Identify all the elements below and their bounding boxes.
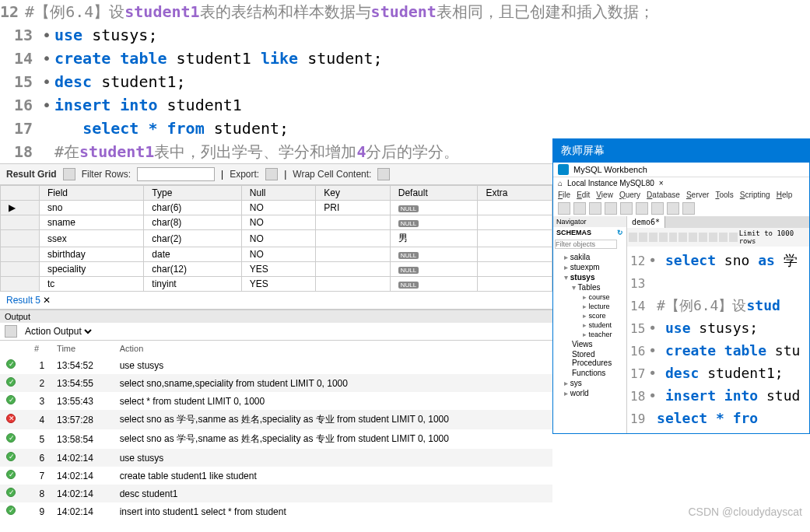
toolbar-icon[interactable]: [558, 202, 570, 215]
action-row[interactable]: 714:02:14create table student1 like stud…: [0, 467, 552, 485]
cell[interactable]: NULL: [390, 215, 478, 230]
action-output-table[interactable]: #TimeAction 113:54:52use stusys213:54:55…: [0, 341, 552, 520]
output-icon[interactable]: [5, 325, 17, 338]
result-table[interactable]: FieldTypeNullKeyDefaultExtra ▶snochar(6)…: [0, 185, 552, 292]
cell[interactable]: speciality: [40, 262, 144, 277]
toolbar-icon[interactable]: [605, 202, 617, 215]
editor-toolbar[interactable]: Limit to 1000 rows: [627, 228, 809, 247]
menu-tools[interactable]: Tools: [715, 191, 733, 199]
cell[interactable]: [316, 247, 390, 262]
export-icon[interactable]: [265, 168, 278, 180]
toolbar-icon[interactable]: [639, 233, 647, 242]
tree-item[interactable]: ▸ sys: [553, 378, 626, 388]
tree-item[interactable]: Functions: [553, 368, 626, 378]
cell[interactable]: [316, 215, 390, 230]
tree-item[interactable]: Views: [553, 339, 626, 349]
toolbar-icon[interactable]: [667, 202, 679, 215]
schema-tree[interactable]: ▸ sakila▸ stuexpm▾ stusys▾ Tables▸ cours…: [553, 250, 626, 400]
toolbar-icon[interactable]: [689, 233, 697, 242]
col-header[interactable]: Default: [390, 186, 478, 201]
navigator-panel[interactable]: Navigator SCHEMAS↻ ▸ sakila▸ stuexpm▾ st…: [553, 216, 627, 433]
cell[interactable]: [478, 230, 552, 247]
toolbar-icon[interactable]: [620, 202, 633, 215]
cell[interactable]: NULL: [390, 262, 478, 277]
col-header[interactable]: Type: [144, 186, 241, 201]
toolbar-icon[interactable]: [629, 233, 637, 242]
tree-item[interactable]: ▾ Tables: [553, 282, 626, 292]
tree-item[interactable]: ▸ student: [553, 320, 626, 330]
result-tabs[interactable]: Result 5 ✕: [0, 292, 552, 310]
filter-objects-input[interactable]: [555, 240, 617, 249]
action-row[interactable]: 513:58:54select sno as 学号,sname as 姓名,sp…: [0, 429, 552, 449]
toolbar-icon[interactable]: [669, 233, 678, 242]
toolbar-icon[interactable]: [649, 233, 657, 242]
cell[interactable]: sno: [40, 201, 144, 215]
col-header[interactable]: Key: [316, 186, 390, 201]
close-tab-icon[interactable]: ✕: [43, 295, 51, 306]
menu-view[interactable]: View: [596, 191, 613, 199]
action-row[interactable]: 614:02:14use stusys: [0, 449, 552, 467]
cell[interactable]: YES: [241, 277, 315, 292]
tree-item[interactable]: ▸ score: [553, 311, 626, 320]
cell[interactable]: [316, 277, 390, 292]
cell[interactable]: [478, 201, 552, 215]
col-header[interactable]: Null: [241, 186, 315, 201]
tree-item[interactable]: Stored Procedures: [553, 349, 626, 368]
toolbar-icon[interactable]: [709, 233, 717, 242]
menu-edit[interactable]: Edit: [577, 191, 590, 199]
col-header[interactable]: Extra: [478, 186, 552, 201]
tree-item[interactable]: ▸ course: [553, 292, 626, 302]
cell[interactable]: [478, 247, 552, 262]
tree-item[interactable]: ▸ lecture: [553, 302, 626, 311]
cell[interactable]: NULL: [390, 247, 478, 262]
toolbar-icon[interactable]: [573, 202, 586, 215]
toolbar-icon[interactable]: [699, 233, 707, 242]
cell[interactable]: tc: [40, 277, 144, 292]
cell[interactable]: [478, 262, 552, 277]
filter-rows-input[interactable]: [137, 167, 215, 181]
editor-panel[interactable]: demo6* Limit to 1000 rows 12• select sno…: [627, 216, 809, 433]
cell[interactable]: char(12): [144, 262, 241, 277]
action-row[interactable]: 313:55:43select * from student LIMIT 0, …: [0, 392, 552, 410]
toolbar-icon[interactable]: [651, 202, 664, 215]
result-tab[interactable]: Result 5: [6, 295, 40, 306]
cell[interactable]: NO: [241, 230, 315, 247]
cell[interactable]: [316, 230, 390, 247]
cell[interactable]: ssex: [40, 230, 144, 247]
editor-tab[interactable]: demo6*: [627, 216, 665, 228]
cell[interactable]: PRI: [316, 201, 390, 215]
tree-item[interactable]: ▾ stusys: [553, 272, 626, 282]
toolbar-icon[interactable]: [589, 202, 601, 215]
cell[interactable]: NO: [241, 215, 315, 230]
action-row[interactable]: 914:02:14insert into student1 select * f…: [0, 502, 552, 520]
action-row[interactable]: 113:54:52use stusys: [0, 356, 552, 374]
menu-scripting[interactable]: Scripting: [740, 191, 770, 199]
cell[interactable]: sname: [40, 215, 144, 230]
cell[interactable]: [478, 215, 552, 230]
inner-sql-editor[interactable]: 12• select sno as 学13 14 #【例6.4】设stud15•…: [627, 247, 809, 433]
cell[interactable]: char(2): [144, 230, 241, 247]
toolbar-icon[interactable]: [719, 233, 728, 242]
connection-tab[interactable]: Local Instance MySQL80: [567, 179, 654, 187]
grid-icon[interactable]: [63, 168, 75, 180]
menu-query[interactable]: Query: [619, 191, 640, 199]
sql-editor[interactable]: 12#【例6.4】设student1表的表结构和样本数据与student表相同，…: [0, 0, 552, 163]
action-row[interactable]: 814:02:14desc student1: [0, 485, 552, 502]
output-select[interactable]: Action Output: [22, 325, 94, 338]
menu-server[interactable]: Server: [686, 191, 709, 199]
action-row[interactable]: 213:54:55select sno,sname,speciality fro…: [0, 374, 552, 392]
cell[interactable]: sbirthday: [40, 247, 144, 262]
toolbar-icon[interactable]: [659, 233, 668, 242]
cell[interactable]: [316, 262, 390, 277]
toolbar-icon[interactable]: [682, 202, 695, 215]
cell[interactable]: char(6): [144, 201, 241, 215]
main-toolbar[interactable]: [553, 201, 809, 216]
close-conn-icon[interactable]: ×: [659, 179, 664, 187]
wrap-icon[interactable]: [377, 168, 390, 180]
home-icon[interactable]: ⌂: [558, 179, 563, 187]
tree-item[interactable]: ▸ world: [553, 388, 626, 398]
cell[interactable]: YES: [241, 262, 315, 277]
cell[interactable]: date: [144, 247, 241, 262]
cell[interactable]: NULL: [390, 201, 478, 215]
cell[interactable]: [478, 277, 552, 292]
